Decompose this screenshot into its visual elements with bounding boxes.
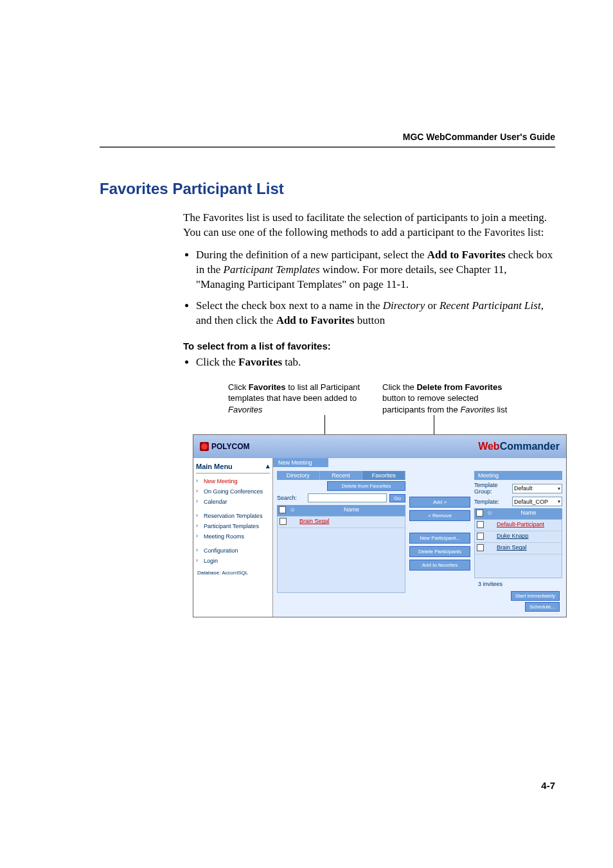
intro-paragraph: The Favorites list is used to facilitate… (183, 211, 555, 240)
left-table-header: ☺ Name (277, 505, 405, 516)
table-row[interactable]: Default-Participant (475, 520, 562, 531)
main-menu-header: Main Menu ▴ (196, 461, 270, 474)
template-group-label: Template Group: (474, 482, 510, 495)
list-item: Click the Favorites tab. (196, 355, 555, 370)
new-participant-button[interactable]: New Participant... (409, 533, 470, 544)
select-all-checkbox[interactable] (279, 506, 286, 513)
chevron-down-icon: ▾ (558, 486, 560, 492)
search-label: Search: (277, 495, 305, 501)
product-title: WebCommander (478, 441, 560, 452)
row-checkbox[interactable] (477, 533, 484, 540)
sidebar-item-new-meeting[interactable]: New Meeting (196, 476, 270, 486)
header-rule (100, 146, 555, 148)
sidebar-item-calendar[interactable]: Calendar (196, 497, 270, 507)
list-item: During the definition of a new participa… (196, 248, 555, 292)
steps-list: Click the Favorites tab. (183, 355, 555, 370)
brand: POLYCOM (200, 442, 250, 451)
person-icon: ☺ (484, 509, 495, 518)
left-table-body: Brain Segal (277, 516, 405, 593)
transfer-buttons: Add > < Remove New Participant... Delete… (409, 471, 470, 614)
template-group-select[interactable]: Default▾ (512, 484, 562, 493)
name-column: Name (298, 506, 405, 515)
delete-from-favorites-button[interactable]: Delete from Favorites (327, 481, 405, 491)
sidebar-item-participant-templates[interactable]: Participant Templates (196, 521, 270, 531)
sidebar-item-login[interactable]: Login (196, 556, 270, 566)
add-button[interactable]: Add > (409, 497, 470, 508)
sidebar-item-meeting-rooms[interactable]: Meeting Rooms (196, 531, 270, 542)
delete-participants-button[interactable]: Delete Participants (409, 546, 470, 557)
sidebar: Main Menu ▴ New Meeting On Going Confere… (193, 458, 273, 617)
table-row[interactable]: Brain Segal (475, 543, 562, 554)
right-table-body: Default-Participant Duke Knapp (474, 519, 562, 578)
callout-left: Click Favorites to list all Participant … (228, 382, 382, 416)
sidebar-item-reservation-templates[interactable]: Reservation Templates (196, 511, 270, 521)
page-number: 4-7 (541, 780, 555, 791)
scroll-up-icon[interactable]: ▴ (266, 462, 270, 470)
header-guide: MGC WebCommander User's Guide (403, 132, 555, 142)
row-checkbox[interactable] (477, 521, 484, 528)
search-input[interactable] (308, 493, 387, 502)
participant-name[interactable]: Brain Segal (495, 544, 562, 553)
meeting-title: Meeting (474, 471, 562, 480)
main-panel: New Meeting Directory Recent Favorites D… (273, 458, 566, 617)
name-column: Name (495, 509, 562, 518)
template-select[interactable]: Default_COP▾ (512, 497, 562, 506)
tab-favorites[interactable]: Favorites (362, 471, 405, 480)
app-header: POLYCOM WebCommander (193, 435, 566, 458)
participant-name[interactable]: Duke Knapp (495, 533, 562, 541)
database-label: Database: AccordSQL (196, 566, 270, 576)
add-to-favorites-button[interactable]: Add to favorites (409, 560, 470, 571)
methods-list: During the definition of a new participa… (183, 248, 555, 328)
tab-directory[interactable]: Directory (277, 471, 320, 480)
schedule-button[interactable]: Schedule... (525, 602, 560, 612)
select-all-checkbox[interactable] (476, 509, 483, 517)
sidebar-item-configuration[interactable]: Configuration (196, 545, 270, 556)
participant-name[interactable]: Default-Participant (495, 521, 562, 529)
template-label: Template: (474, 499, 510, 505)
table-row[interactable]: Brain Segal (278, 517, 405, 528)
go-button[interactable]: Go (389, 494, 405, 502)
sidebar-item-ongoing[interactable]: On Going Conferences (196, 486, 270, 497)
right-panel: Meeting Template Group: Default▾ Templat… (474, 471, 562, 614)
screenshot: POLYCOM WebCommander Main Menu ▴ New Mee… (193, 434, 567, 617)
participant-source-tabs: Directory Recent Favorites (277, 471, 405, 480)
callout-right: Click the Delete from Favorites button t… (382, 382, 537, 416)
participant-name[interactable]: Brain Segal (298, 518, 405, 526)
procedure-heading: To select from a list of favorites: (183, 340, 555, 353)
invitees-count: 3 invitees (474, 578, 562, 590)
leader-lines (228, 415, 555, 434)
brand-label: POLYCOM (211, 442, 250, 451)
right-table-header: ☺ Name (474, 508, 562, 519)
chevron-down-icon: ▾ (558, 499, 560, 504)
participant-icon (288, 518, 298, 526)
new-meeting-tab[interactable]: New Meeting (273, 458, 328, 467)
row-checkbox[interactable] (477, 544, 484, 551)
start-immediately-button[interactable]: Start Immediately (511, 591, 560, 601)
person-icon: ☺ (287, 506, 298, 515)
left-panel: Directory Recent Favorites Delete from F… (277, 471, 405, 614)
list-item: Select the check box next to a name in t… (196, 299, 555, 328)
section-heading: Favorites Participant List (100, 180, 555, 198)
tab-recent[interactable]: Recent (320, 471, 363, 480)
remove-button[interactable]: < Remove (409, 510, 470, 521)
callouts: Click Favorites to list all Participant … (228, 382, 555, 416)
table-row[interactable]: Duke Knapp (475, 531, 562, 543)
row-checkbox[interactable] (280, 518, 287, 525)
polycom-logo-icon (200, 442, 209, 451)
